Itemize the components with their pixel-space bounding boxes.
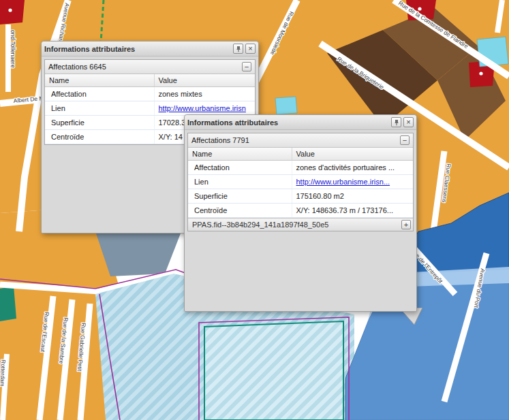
attribute-link[interactable]: http://www.urbanisme.irisn — [159, 104, 246, 112]
attribute-name-cell: Superficie — [45, 116, 154, 130]
map-shape — [395, 120, 399, 123]
attribute-value-cell: zones mixtes — [154, 87, 255, 101]
table-row[interactable]: CentroïdeX/Y: 148636.73 m / 173176... — [188, 204, 413, 218]
close-button[interactable]: × — [245, 44, 256, 54]
street-label: Rotterdam — [0, 359, 7, 387]
close-button[interactable]: × — [403, 117, 414, 127]
attribute-name-cell: Affectation — [188, 161, 292, 175]
street-label: ond Tollenaere — [10, 30, 16, 68]
window-body: Affectations 7791 − Name Value Affectati… — [187, 133, 414, 308]
attribute-name-cell: Centroïde — [45, 130, 154, 144]
map-shape — [418, 7, 421, 10]
attribute-name-cell: Affectation — [45, 87, 154, 101]
map-shape — [8, 8, 12, 12]
section-title: Affectations 7791 — [191, 136, 249, 144]
table-row[interactable]: Affectationzones d'activités portuaires … — [188, 161, 413, 175]
window-titlebar[interactable]: Informations attributaires × — [185, 115, 416, 130]
table-row[interactable]: Lienhttp://www.urbanisme.irisn — [45, 101, 255, 116]
feature-id-label: PPAS.fid--3b84b294_141a1897f48_50e5 — [190, 221, 328, 229]
map-shape — [0, 0, 25, 25]
attribute-name-cell: Lien — [45, 101, 154, 116]
table-row[interactable]: Superficie175160.80 m2 — [188, 189, 413, 204]
attribute-info-window-7791: Informations attributaires × Affectation… — [184, 114, 417, 312]
attribute-value-cell: 175160.80 m2 — [292, 189, 413, 204]
attribute-name-cell: Superficie — [188, 189, 292, 204]
attribute-name-cell: Lien — [188, 175, 292, 189]
attributes-panel: Affectations 7791 − Name Value Affectati… — [187, 133, 414, 231]
attribute-link[interactable]: http://www.urbanisme.irisn... — [296, 178, 390, 186]
window-titlebar[interactable]: Informations attributaires × — [42, 42, 258, 56]
attributes-table: Name Value Affectationzones d'activités … — [188, 148, 413, 218]
map-shape — [236, 46, 241, 50]
attribute-value-cell: zones d'activités portuaires ... — [292, 161, 413, 175]
section-title: Affectations 6645 — [48, 63, 106, 71]
attribute-value-cell: X/Y: 148636.73 m / 173176... — [292, 204, 413, 218]
map-stage: Avenue Richardond TollenaereAlbert De Me… — [0, 0, 509, 420]
expand-feature-button[interactable]: + — [401, 220, 411, 229]
map-shape — [479, 71, 482, 75]
table-row[interactable]: Lienhttp://www.urbanisme.irisn... — [188, 175, 413, 189]
pin-icon — [393, 119, 400, 126]
pin-icon — [235, 46, 242, 52]
pin-button[interactable] — [233, 44, 243, 54]
window-title: Informations attributaires — [187, 118, 389, 127]
pin-button[interactable] — [391, 117, 401, 127]
dock-basin — [204, 321, 343, 420]
section-header: Affectations 6645 − — [45, 60, 255, 74]
collapse-section-button[interactable]: − — [400, 135, 410, 145]
column-header-name[interactable]: Name — [45, 74, 154, 87]
collapse-section-button[interactable]: − — [242, 62, 251, 71]
feature-id-bar: PPAS.fid--3b84b294_141a1897f48_50e5 + — [188, 218, 413, 231]
column-header-value[interactable]: Value — [292, 148, 413, 161]
attribute-value-cell[interactable]: http://www.urbanisme.irisn — [154, 101, 255, 116]
table-row[interactable]: Affectationzones mixtes — [45, 87, 255, 101]
attribute-name-cell: Centroïde — [188, 204, 292, 218]
column-header-name[interactable]: Name — [188, 148, 292, 161]
map-shape — [275, 97, 297, 114]
table-header-row: Name Value — [45, 74, 255, 87]
attribute-value-cell[interactable]: http://www.urbanisme.irisn... — [292, 175, 413, 189]
map-shape — [0, 286, 16, 321]
window-title: Informations attributaires — [44, 45, 231, 53]
table-header-row: Name Value — [188, 148, 413, 161]
section-header: Affectations 7791 − — [188, 133, 413, 148]
column-header-value[interactable]: Value — [154, 74, 255, 87]
